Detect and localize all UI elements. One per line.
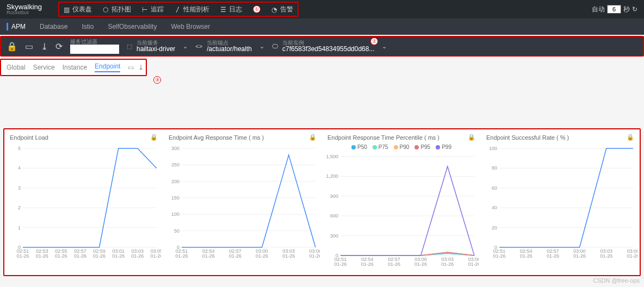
svg-text:01-26: 01-26 (600, 253, 612, 259)
viewtab-tools: ▭ ⤓ (128, 64, 144, 71)
nav-dashboard[interactable]: ▥仪表盘 (64, 5, 92, 14)
chevron-down-icon[interactable]: ⌄ (259, 43, 264, 50)
chart-svg-3: 02040608010002:5101-2602:5401-2602:5701-… (483, 143, 637, 263)
dashboard-icon: ▥ (64, 6, 70, 13)
svg-text:01-26: 01-26 (16, 253, 29, 259)
svg-text:01-26: 01-26 (388, 261, 400, 267)
filter-label: 服务过滤器 (70, 39, 119, 45)
viewtab-endpoint[interactable]: Endpoint (95, 63, 120, 72)
auto-refresh: 自动 秒 ↻ (592, 5, 637, 14)
svg-text:5: 5 (18, 146, 21, 151)
svg-text:50: 50 (174, 228, 179, 234)
chart-legend: P50P75P90P95P99 (324, 143, 479, 151)
layer-tabs: APM Database Istio SelfObservability Web… (0, 18, 644, 35)
service-filter: 服务过滤器 (70, 39, 119, 54)
nav-topology[interactable]: ⬡拓扑图 (103, 5, 131, 14)
svg-text:01-26: 01-26 (573, 253, 586, 259)
refresh-icon[interactable]: ⟳ (55, 41, 63, 52)
tab-istio[interactable]: Istio (79, 23, 96, 30)
trace-icon: ⊢ (142, 6, 148, 13)
folder-icon[interactable]: ▭ (128, 64, 134, 71)
chevron-down-icon[interactable]: ⌄ (382, 43, 387, 50)
download-icon[interactable]: ⤓ (41, 41, 48, 52)
download-icon[interactable]: ⤓ (138, 64, 144, 71)
lock-icon[interactable]: 🔒 (150, 134, 158, 141)
selector-tools: 🔒 ▭ ⤓ ⟳ (7, 41, 63, 52)
top-bar: Skywalking Rocketbot ▥仪表盘 ⬡拓扑图 ⊢追踪 〳性能剖析… (0, 0, 644, 18)
viewtab-global[interactable]: Global (7, 64, 26, 71)
viewtab-instance[interactable]: Instance (63, 64, 87, 71)
svg-text:1: 1 (18, 225, 21, 230)
svg-text:1,500: 1,500 (326, 154, 338, 159)
chart-svg-1: 05010015020025030002:5101-2602:5401-2602… (165, 143, 320, 263)
chevron-down-icon[interactable]: ⌄ (183, 43, 188, 50)
svg-text:300: 300 (171, 146, 179, 151)
svg-text:01-26: 01-26 (36, 253, 48, 259)
current-endpoint-selector[interactable]: <> 当前端点/actuator/health ⌄ (195, 40, 264, 53)
current-instance-selector[interactable]: 🖵 当前实例c7f6583f3ed54834955dd0d68... ② ⌄ (272, 40, 387, 53)
topology-icon: ⬡ (103, 6, 109, 13)
nav-log[interactable]: ☰日志 (220, 5, 242, 14)
svg-text:600: 600 (330, 213, 338, 219)
chart-title: Endpoint Successful Rate ( % ) (486, 134, 569, 141)
svg-text:100: 100 (171, 211, 179, 217)
chart-svg-0: 01234502:5101-2602:5301-2602:5501-2602:5… (7, 143, 161, 263)
reload-icon[interactable]: ↻ (632, 5, 637, 13)
tab-webbrowser[interactable]: Web Browser (169, 23, 212, 30)
tab-database[interactable]: Database (38, 23, 70, 30)
svg-text:01-26: 01-26 (150, 253, 161, 259)
selector-bar: 🔒 ▭ ⤓ ⟳ 服务过滤器 ⬚ 当前服务hailtaxi-driver ⌄ <>… (0, 36, 644, 57)
svg-text:01-26: 01-26 (627, 253, 637, 259)
svg-text:01-26: 01-26 (229, 253, 242, 259)
log-icon: ☰ (220, 6, 227, 13)
monitor-icon: 🖵 (272, 43, 278, 49)
svg-text:01-26: 01-26 (520, 253, 532, 259)
tab-apm[interactable]: APM (7, 23, 28, 30)
refresh-seconds-input[interactable] (607, 5, 621, 14)
lock-icon[interactable]: 🔒 (7, 41, 17, 52)
svg-text:300: 300 (330, 233, 338, 239)
seconds-label: 秒 (623, 5, 630, 14)
svg-text:01-26: 01-26 (112, 253, 125, 259)
svg-text:01-26: 01-26 (468, 261, 479, 267)
viewtab-service[interactable]: Service (33, 64, 55, 71)
lock-icon[interactable]: 🔒 (468, 134, 475, 141)
svg-text:1,200: 1,200 (326, 173, 338, 179)
svg-text:200: 200 (171, 179, 179, 184)
current-service-selector[interactable]: ⬚ 当前服务hailtaxi-driver ⌄ (127, 40, 188, 53)
svg-text:01-26: 01-26 (441, 261, 454, 267)
chart-endpoint-load: Endpoint Load🔒 01234502:5101-2602:5301-2… (7, 132, 161, 273)
nav-profile[interactable]: 〳性能剖析 (175, 5, 209, 14)
alarm-icon: ◔ (271, 6, 278, 13)
svg-text:01-26: 01-26 (361, 261, 374, 267)
lock-icon[interactable]: 🔒 (309, 134, 317, 141)
svg-text:01-26: 01-26 (256, 253, 268, 259)
chart-successful-rate: Endpoint Successful Rate ( % )🔒 02040608… (483, 132, 637, 273)
profile-icon: 〳 (175, 6, 181, 13)
top-nav: ▥仪表盘 ⬡拓扑图 ⊢追踪 〳性能剖析 ☰日志 ① ◔告警 (58, 2, 299, 17)
svg-text:01-26: 01-26 (74, 253, 86, 259)
chart-svg-2: 03006009001,2001,50002:5101-2602:5401-26… (324, 151, 479, 271)
view-tabs: Global Service Instance Endpoint ▭ ⤓ (0, 59, 147, 76)
chart-title: Endpoint Avg Response Time ( ms ) (169, 134, 264, 141)
svg-text:250: 250 (171, 162, 179, 167)
svg-text:01-26: 01-26 (309, 253, 320, 259)
lock-icon[interactable]: 🔒 (627, 134, 634, 141)
folder-icon[interactable]: ▭ (25, 41, 33, 52)
chart-avg-response-time: Endpoint Avg Response Time ( ms )🔒 05010… (165, 132, 320, 273)
nav-trace[interactable]: ⊢追踪 (142, 5, 164, 14)
svg-text:01-26: 01-26 (131, 253, 144, 259)
service-filter-input[interactable] (70, 45, 119, 54)
logo: Skywalking Rocketbot (7, 3, 42, 15)
svg-text:01-26: 01-26 (282, 253, 295, 259)
nav-alarm[interactable]: ◔告警 (271, 5, 293, 14)
svg-text:01-26: 01-26 (414, 261, 427, 267)
auto-label: 自动 (592, 5, 605, 14)
watermark: CSDN @free-ops (593, 277, 640, 284)
tab-selfobservability[interactable]: SelfObservability (106, 23, 159, 30)
svg-text:2: 2 (18, 205, 21, 210)
svg-text:01-26: 01-26 (93, 253, 106, 259)
svg-text:01-26: 01-26 (175, 253, 188, 259)
badge-1: ① (253, 5, 261, 13)
svg-text:900: 900 (330, 194, 338, 199)
